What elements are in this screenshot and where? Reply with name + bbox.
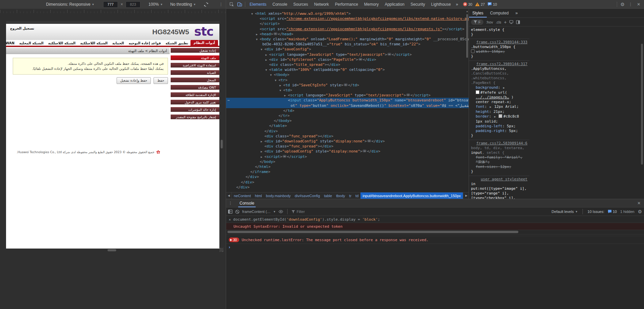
rule-source-link[interactable]: frame.css?2…3989144:333 [471,40,527,45]
console-context-selector[interactable]: frameContent (…) ▼ [242,210,276,214]
dom-tree-node[interactable]: </html> [226,164,469,169]
rule-source-link[interactable]: frame.css?2…3989144:317 [471,62,527,67]
console-sidebar-icon[interactable] [228,210,232,214]
dom-tree-node[interactable]: </div> [226,129,469,134]
tab-memory[interactable]: Memory [361,0,382,9]
viewport-height-input[interactable] [126,1,140,8]
console-warning-group-row[interactable]: 30 Unchecked runtime.lastError: The mess… [226,236,644,244]
breadcrumb-item[interactable]: table [322,194,334,198]
dom-tree-node[interactable]: </script> [226,21,469,26]
expand-arrow-icon[interactable]: ▶ [490,105,491,108]
tab-security[interactable]: Security [407,0,428,9]
dom-tree-node[interactable]: ▼<table width="100%" cellpadding="0" cel… [226,67,469,72]
sidebar-item[interactable]: السجل [171,78,219,82]
rule-source-link[interactable]: frame.css?2…583989144:6 [471,141,527,146]
scrollbar-thumb[interactable] [227,231,518,233]
page-tab[interactable]: قواعد إعادة التوجيه [126,41,163,46]
sidebar-item[interactable]: ملف التهيئة [171,55,219,60]
warning-count-icon[interactable]: 27 [475,2,485,6]
dom-tree-node[interactable]: </div> [226,180,469,185]
logout-link[interactable]: تسجيل الخروج [10,27,34,30]
tab-console[interactable]: Console [269,0,290,9]
dom-tree-node[interactable]: ▼<html xmlns="http://www.w3.org/1999/xht… [226,11,469,16]
dom-tree-node[interactable]: <script src="chrome-extension://eppiocem… [226,27,469,32]
sidebar-item[interactable]: تغيير كلمة مرور الدخول [171,100,219,104]
viewport-width-input[interactable] [103,1,118,8]
style-property[interactable]: width: 150px; [471,49,527,54]
breadcrumb-item[interactable]: div#saveConfig [293,194,322,198]
page-tab[interactable]: WAN [6,41,17,46]
style-property[interactable]: padding-left: 5px; [471,124,527,129]
dom-tree-node[interactable]: ▶<script>⋯</script> [226,154,469,159]
dom-tree-node[interactable]: <div class="title_spread"></div> [226,62,469,67]
style-property[interactable]: font: ▶ 12px Arial; [471,104,527,109]
viewport-resize-corner[interactable] [219,248,223,252]
styles-scrollbar[interactable] [641,44,643,191]
dom-tree-node[interactable]: </div> [226,185,469,190]
device-toolbar-menu-icon[interactable]: ⋮ [217,0,225,8]
breadcrumb-item[interactable]: td [353,194,360,198]
dom-tree-node[interactable]: ▼<td> [226,88,469,93]
dom-tree-node[interactable]: ▼<body class="mainbody" onload="LoadFram… [226,37,469,42]
dom-tree-node[interactable]: </iframe> [226,169,469,174]
computed-panel-toggle-icon[interactable] [516,20,520,24]
dom-tree-node[interactable]: <div class="func_spread"></div> [226,144,469,149]
settings-gear-icon[interactable]: ⚙ [618,0,627,8]
dom-tree-node[interactable]: </div> [226,174,469,179]
dimensions-select[interactable]: Dimensions: Responsive ▼ [46,2,94,7]
rule-source-link[interactable]: user agent stylesheet [471,177,527,182]
sidebar-item[interactable]: مصادقة ONT [171,85,219,90]
repeat-count-badge[interactable]: 30 [229,237,239,242]
toggle-device-toolbar-icon[interactable] [235,0,244,8]
dom-tree-node[interactable]: </body> [226,159,469,164]
page-tab[interactable]: الحماية [110,41,126,46]
scrollbar-thumb[interactable] [641,44,643,165]
dom-tree-node[interactable]: </td> [226,108,469,113]
save-and-reboot-button[interactable]: حفظ وإعادة تشغيل [117,77,151,84]
sidebar-item[interactable]: إشعار بالبرامج مفتوحة المصدر [171,115,219,119]
tab-styles[interactable]: Styles [469,9,487,17]
breadcrumb-item[interactable]: tr [347,194,353,198]
viewport-resize-handle-right[interactable] [220,140,223,148]
scrollbar-thumb[interactable] [466,14,468,58]
dom-tree-node[interactable]: <script src="chrome-extension://eppiocem… [226,16,469,21]
clear-console-icon[interactable] [235,210,240,214]
tab-elements[interactable]: Elements [247,0,269,9]
viewport-resize-handle-bottom[interactable] [108,249,116,252]
toggle-hov-button[interactable]: :hov [486,20,493,24]
tab-console[interactable]: Console [238,199,256,207]
rendering-emulation-icon[interactable] [509,20,513,24]
dom-tree-node[interactable]: bd3e-4032-8200-5862a4057a51__="true" bis… [226,42,469,47]
style-property[interactable]: border: ▶ #c8c8c81px solid; [471,114,527,124]
breadcrumb-item[interactable]: html [253,194,264,198]
dom-tree-node[interactable]: ▼<tbody> [226,72,469,77]
remove-history-icon[interactable]: ✕ [229,218,231,221]
sidebar-item[interactable]: إدارة حالة المؤشرات [171,107,219,112]
dom-tree-node[interactable]: </table> [226,123,469,128]
elements-scrollbar[interactable]: ▲ [466,9,468,191]
style-property[interactable]: font-family: "Arial","宋体"; [471,155,527,165]
breadcrumb-item[interactable]: body.mainbody [264,194,293,198]
console-settings-gear-icon[interactable]: ⚙ [638,209,642,214]
breadcrumb-item[interactable]: tbody [334,194,347,198]
style-property[interactable]: height: 21px; [471,109,527,114]
dom-tree-node[interactable]: ▶<script language="JavaScript" type="tex… [226,52,469,57]
style-property[interactable]: background: ▶#fefefe url(../../images/b…… [471,85,527,104]
log-levels-selector[interactable]: Default levels ▼ [552,210,578,214]
live-expression-eye-icon[interactable] [278,210,283,213]
more-tabs-button[interactable]: » [454,0,460,9]
dom-tree-node[interactable]: <div class="func_spread"></div> [226,134,469,139]
issues-count-icon[interactable]: 10 [487,2,497,6]
dom-tree-node[interactable]: ▶<td id="SaveCfgInfo" style>⋯</td> [226,83,469,88]
dom-tree-node[interactable]: ▶<div id="downloadConfig" style="display… [226,139,469,144]
hidden-messages-label[interactable]: 1 hidden [620,210,634,214]
new-style-rule-button[interactable]: + [504,19,507,25]
breadcrumb-item[interactable]: neContent [232,194,253,198]
console-error-row[interactable]: Uncaught SyntaxError: Invalid or unexpec… [226,223,644,230]
sidebar-item[interactable]: إعادة تشغيل [171,48,219,53]
toggle-cls-button[interactable]: .cls [496,20,502,24]
page-tab[interactable]: الشبكة المحلية [17,41,46,46]
property-checkbox[interactable] [471,49,475,53]
tab-sources[interactable]: Sources [290,0,311,9]
page-tab[interactable]: الشبكة اللاسلكية [46,41,78,46]
